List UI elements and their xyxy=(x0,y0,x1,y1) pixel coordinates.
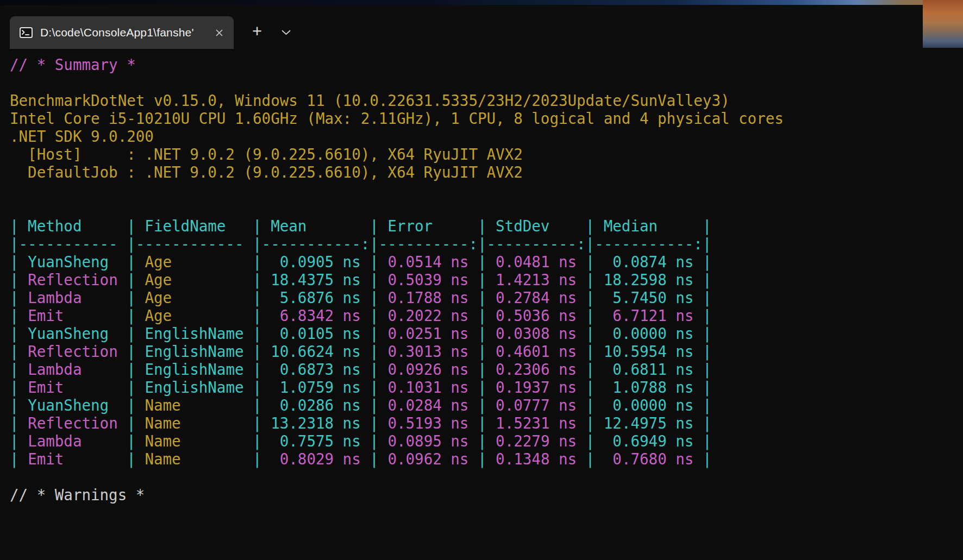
terminal-text-segment: Reflection xyxy=(28,271,118,288)
terminal-text-segment: | xyxy=(244,325,271,342)
terminal-text-segment: 0.1937 ns xyxy=(496,379,577,396)
terminal-text-segment: 0.0514 ns xyxy=(387,253,468,270)
terminal-text-segment: | xyxy=(693,307,711,324)
terminal-line: | Lambda | Name | 0.7575 ns | 0.0895 ns … xyxy=(10,432,963,450)
terminal-text-segment: Emit xyxy=(28,379,118,396)
terminal-text-segment: | xyxy=(468,253,496,270)
benchmark-table: | Method | FieldName | Mean | Error | St… xyxy=(10,217,963,468)
terminal-text-segment: 6.8342 ns xyxy=(271,307,361,324)
terminal-text-segment: 0.1788 ns xyxy=(387,289,468,306)
summary-header: // * Summary * xyxy=(10,56,963,74)
tab-cmd[interactable]: D:\code\ConsoleApp1\fanshe' xyxy=(10,16,234,49)
terminal-text-segment: | xyxy=(577,307,604,324)
terminal-text-segment: Emit xyxy=(28,307,118,324)
terminal-text-segment: 1.5231 ns xyxy=(496,414,577,432)
desktop-wallpaper-corner xyxy=(923,0,963,48)
terminal-text-segment: 0.0284 ns xyxy=(387,397,468,414)
terminal-text-segment: | xyxy=(118,343,145,360)
terminal-text-segment: | xyxy=(244,432,271,450)
terminal-text-segment: | xyxy=(468,343,496,360)
terminal-text-segment: | xyxy=(10,450,28,468)
terminal-text-segment: | xyxy=(468,289,496,306)
terminal-text-segment: 6.7121 ns xyxy=(604,307,694,324)
terminal-line: | YuanSheng | Age | 0.0905 ns | 0.0514 n… xyxy=(10,253,963,271)
terminal-text-segment: Age xyxy=(145,289,243,306)
terminal-text-segment: | xyxy=(361,253,388,270)
terminal-text-segment: 5.7450 ns xyxy=(604,289,694,306)
terminal-text-segment: | xyxy=(118,307,145,324)
tab-title: D:\code\ConsoleApp1\fanshe' xyxy=(40,26,204,39)
terminal-text-segment: Name xyxy=(145,432,243,450)
terminal-text-segment: 1.0788 ns xyxy=(604,379,694,396)
terminal-text-segment: | xyxy=(577,343,604,360)
terminal-text-segment: | xyxy=(244,379,271,396)
new-tab-button[interactable]: + xyxy=(241,16,273,49)
terminal-text-segment: 1.0759 ns xyxy=(271,379,361,396)
tab-dropdown-button[interactable] xyxy=(273,16,299,49)
terminal-text-segment: | xyxy=(693,361,711,378)
terminal-text-segment: | xyxy=(468,432,496,450)
terminal-text-segment: 0.0895 ns xyxy=(387,432,468,450)
terminal-text-segment: | xyxy=(577,379,604,396)
terminal-text-segment: Name xyxy=(145,450,243,468)
terminal-text-segment: YuanSheng xyxy=(28,397,118,414)
terminal-text-segment: 0.0308 ns xyxy=(496,325,577,342)
terminal-text-segment: | xyxy=(361,432,388,450)
close-tab-button[interactable] xyxy=(211,24,227,41)
terminal-text-segment: 0.5036 ns xyxy=(496,307,577,324)
terminal-text-segment: 0.0286 ns xyxy=(271,397,361,414)
terminal-text-segment: | xyxy=(118,325,145,342)
terminal-text-segment: 0.0962 ns xyxy=(387,450,468,468)
terminal-text-segment: | xyxy=(693,325,711,342)
terminal-text-segment: 0.8029 ns xyxy=(271,450,361,468)
terminal-text-segment: | xyxy=(577,432,604,450)
terminal-text-segment: | xyxy=(10,253,28,270)
terminal-text-segment: 0.6811 ns xyxy=(604,361,694,378)
terminal-text-segment: Lambda xyxy=(28,432,118,450)
terminal-text-segment: 0.4601 ns xyxy=(496,343,577,360)
terminal-line: | Emit | EnglishName | 1.0759 ns | 0.103… xyxy=(10,379,963,397)
terminal-text-segment: | xyxy=(693,414,711,432)
terminal-text-segment: | xyxy=(10,379,28,396)
warnings-header: // * Warnings * xyxy=(10,486,963,504)
env-line: DefaultJob : .NET 9.0.2 (9.0.225.6610), … xyxy=(10,163,963,181)
terminal-text-segment: | xyxy=(693,450,711,468)
terminal-text-segment: Reflection xyxy=(28,414,118,432)
terminal-line: | Emit | Age | 6.8342 ns | 0.2022 ns | 0… xyxy=(10,307,963,325)
terminal-text-segment: | xyxy=(118,271,145,288)
terminal-text-segment: | xyxy=(468,414,496,432)
terminal-text-segment: 1.4213 ns xyxy=(496,271,577,288)
terminal-text-segment: 0.6873 ns xyxy=(271,361,361,378)
terminal-text-segment: | xyxy=(361,361,388,378)
tab-bar[interactable]: D:\code\ConsoleApp1\fanshe' + xyxy=(0,5,963,49)
terminal-text-segment: Age xyxy=(145,307,243,324)
env-line: Intel Core i5-10210U CPU 1.60GHz (Max: 2… xyxy=(10,110,963,128)
terminal-text-segment: | xyxy=(577,414,604,432)
terminal-line: | Reflection | Name | 13.2318 ns | 0.519… xyxy=(10,414,963,432)
terminal-text-segment: | xyxy=(118,414,145,432)
terminal-text-segment: 0.1031 ns xyxy=(387,379,468,396)
terminal-viewport[interactable]: // * Summary * BenchmarkDotNet v0.15.0, … xyxy=(0,49,963,560)
terminal-text-segment: 0.0777 ns xyxy=(496,397,577,414)
blank-line xyxy=(10,468,963,486)
terminal-text-segment: 18.2598 ns xyxy=(604,271,694,288)
blank-line xyxy=(10,74,963,92)
terminal-text-segment: | xyxy=(693,379,711,396)
terminal-text-segment: | xyxy=(244,450,271,468)
terminal-text-segment: 10.6624 ns xyxy=(271,343,361,360)
terminal-text-segment: | xyxy=(361,397,388,414)
terminal-text-segment: | xyxy=(10,432,28,450)
terminal-text-segment: | xyxy=(577,271,604,288)
terminal-text-segment: Name xyxy=(145,414,243,432)
env-line: [Host] : .NET 9.0.2 (9.0.225.6610), X64 … xyxy=(10,146,963,163)
blank-line xyxy=(10,199,963,217)
terminal-text-segment: | xyxy=(693,253,711,270)
terminal-text-segment: | xyxy=(361,271,388,288)
terminal-text-segment: | xyxy=(361,450,388,468)
env-line: BenchmarkDotNet v0.15.0, Windows 11 (10.… xyxy=(10,92,963,110)
terminal-text-segment: EnglishName xyxy=(145,325,243,342)
terminal-text-segment: YuanSheng xyxy=(28,253,118,270)
terminal-text-segment: | xyxy=(10,307,28,324)
terminal-text-segment: 0.0926 ns xyxy=(387,361,468,378)
terminal-text-segment: 0.0000 ns xyxy=(604,325,694,342)
